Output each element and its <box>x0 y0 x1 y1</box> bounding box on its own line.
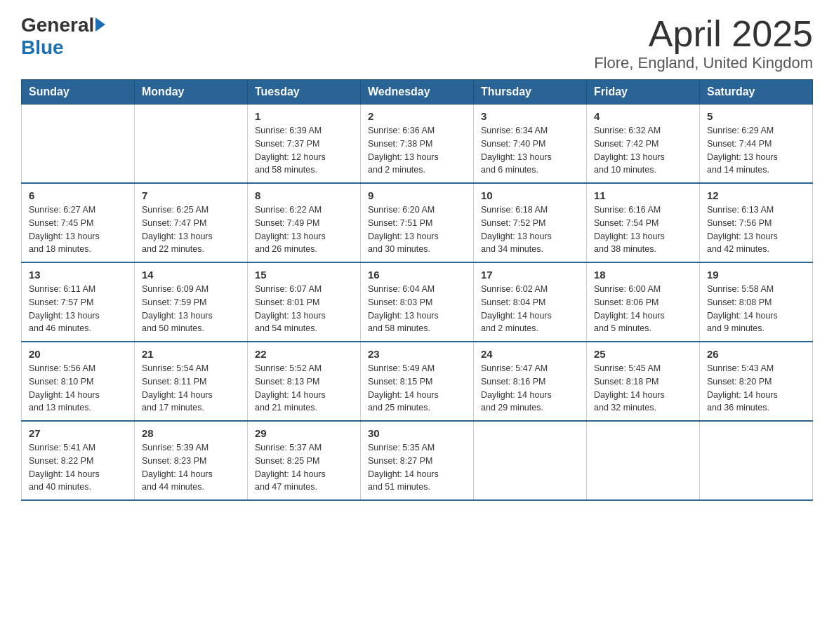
calendar-cell: 26Sunrise: 5:43 AM Sunset: 8:20 PM Dayli… <box>700 342 813 421</box>
day-number: 2 <box>368 110 466 122</box>
day-number: 3 <box>481 110 579 122</box>
day-info: Sunrise: 6:02 AM Sunset: 8:04 PM Dayligh… <box>481 283 579 335</box>
calendar-cell: 29Sunrise: 5:37 AM Sunset: 8:25 PM Dayli… <box>248 421 361 500</box>
calendar-cell: 11Sunrise: 6:16 AM Sunset: 7:54 PM Dayli… <box>587 183 700 262</box>
calendar-week-row: 1Sunrise: 6:39 AM Sunset: 7:37 PM Daylig… <box>22 105 813 184</box>
calendar-cell: 10Sunrise: 6:18 AM Sunset: 7:52 PM Dayli… <box>474 183 587 262</box>
day-number: 7 <box>142 189 240 201</box>
calendar-cell: 12Sunrise: 6:13 AM Sunset: 7:56 PM Dayli… <box>700 183 813 262</box>
day-info: Sunrise: 6:20 AM Sunset: 7:51 PM Dayligh… <box>368 203 466 256</box>
day-number: 22 <box>255 348 353 360</box>
day-number: 24 <box>481 348 579 360</box>
day-info: Sunrise: 5:35 AM Sunset: 8:27 PM Dayligh… <box>368 441 466 494</box>
day-number: 26 <box>707 348 805 360</box>
day-info: Sunrise: 6:22 AM Sunset: 7:49 PM Dayligh… <box>255 203 353 256</box>
day-info: Sunrise: 6:07 AM Sunset: 8:01 PM Dayligh… <box>255 283 353 335</box>
calendar-location: Flore, England, United Kingdom <box>594 54 813 72</box>
day-number: 11 <box>594 189 692 201</box>
calendar-cell: 8Sunrise: 6:22 AM Sunset: 7:49 PM Daylig… <box>248 183 361 262</box>
day-info: Sunrise: 5:54 AM Sunset: 8:11 PM Dayligh… <box>142 362 240 415</box>
day-number: 23 <box>368 348 466 360</box>
day-number: 5 <box>707 110 805 122</box>
day-number: 21 <box>142 348 240 360</box>
calendar-cell: 4Sunrise: 6:32 AM Sunset: 7:42 PM Daylig… <box>587 105 700 184</box>
calendar-cell: 30Sunrise: 5:35 AM Sunset: 8:27 PM Dayli… <box>361 421 474 500</box>
day-number: 18 <box>594 269 692 281</box>
calendar-title: April 2025 <box>594 14 813 54</box>
calendar-cell: 19Sunrise: 5:58 AM Sunset: 8:08 PM Dayli… <box>700 262 813 342</box>
calendar-cell: 28Sunrise: 5:39 AM Sunset: 8:23 PM Dayli… <box>135 421 248 500</box>
day-number: 17 <box>481 269 579 281</box>
day-info: Sunrise: 6:34 AM Sunset: 7:40 PM Dayligh… <box>481 124 579 177</box>
day-number: 9 <box>368 189 466 201</box>
day-info: Sunrise: 5:56 AM Sunset: 8:10 PM Dayligh… <box>29 362 127 415</box>
day-info: Sunrise: 6:25 AM Sunset: 7:47 PM Dayligh… <box>142 203 240 256</box>
logo-triangle-icon <box>95 18 105 32</box>
day-info: Sunrise: 5:41 AM Sunset: 8:22 PM Dayligh… <box>29 441 127 494</box>
calendar-header-saturday: Saturday <box>700 80 813 105</box>
day-number: 20 <box>29 348 127 360</box>
day-info: Sunrise: 5:47 AM Sunset: 8:16 PM Dayligh… <box>481 362 579 415</box>
day-number: 8 <box>255 189 353 201</box>
calendar-week-row: 13Sunrise: 6:11 AM Sunset: 7:57 PM Dayli… <box>22 262 813 342</box>
day-number: 28 <box>142 427 240 439</box>
day-info: Sunrise: 5:45 AM Sunset: 8:18 PM Dayligh… <box>594 362 692 415</box>
calendar-cell: 15Sunrise: 6:07 AM Sunset: 8:01 PM Dayli… <box>248 262 361 342</box>
page-header: General Blue April 2025 Flore, England, … <box>21 14 813 72</box>
day-number: 14 <box>142 269 240 281</box>
calendar-header-sunday: Sunday <box>22 80 135 105</box>
logo: General Blue <box>21 14 105 59</box>
day-number: 12 <box>707 189 805 201</box>
day-info: Sunrise: 6:16 AM Sunset: 7:54 PM Dayligh… <box>594 203 692 256</box>
day-info: Sunrise: 5:52 AM Sunset: 8:13 PM Dayligh… <box>255 362 353 415</box>
day-number: 4 <box>594 110 692 122</box>
calendar-cell <box>135 105 248 184</box>
day-info: Sunrise: 6:36 AM Sunset: 7:38 PM Dayligh… <box>368 124 466 177</box>
calendar-cell: 27Sunrise: 5:41 AM Sunset: 8:22 PM Dayli… <box>22 421 135 500</box>
calendar-header-friday: Friday <box>587 80 700 105</box>
calendar-cell: 7Sunrise: 6:25 AM Sunset: 7:47 PM Daylig… <box>135 183 248 262</box>
calendar-cell: 5Sunrise: 6:29 AM Sunset: 7:44 PM Daylig… <box>700 105 813 184</box>
calendar-header-row: SundayMondayTuesdayWednesdayThursdayFrid… <box>22 80 813 105</box>
calendar-cell <box>587 421 700 500</box>
day-number: 10 <box>481 189 579 201</box>
calendar-table: SundayMondayTuesdayWednesdayThursdayFrid… <box>21 79 813 501</box>
day-info: Sunrise: 6:29 AM Sunset: 7:44 PM Dayligh… <box>707 124 805 177</box>
calendar-week-row: 6Sunrise: 6:27 AM Sunset: 7:45 PM Daylig… <box>22 183 813 262</box>
day-info: Sunrise: 6:00 AM Sunset: 8:06 PM Dayligh… <box>594 283 692 335</box>
day-number: 13 <box>29 269 127 281</box>
day-number: 16 <box>368 269 466 281</box>
day-info: Sunrise: 5:39 AM Sunset: 8:23 PM Dayligh… <box>142 441 240 494</box>
day-info: Sunrise: 6:13 AM Sunset: 7:56 PM Dayligh… <box>707 203 805 256</box>
calendar-cell: 25Sunrise: 5:45 AM Sunset: 8:18 PM Dayli… <box>587 342 700 421</box>
day-number: 25 <box>594 348 692 360</box>
logo-blue-text: Blue <box>21 36 64 58</box>
calendar-cell <box>700 421 813 500</box>
day-number: 15 <box>255 269 353 281</box>
day-info: Sunrise: 6:39 AM Sunset: 7:37 PM Dayligh… <box>255 124 353 177</box>
day-info: Sunrise: 6:04 AM Sunset: 8:03 PM Dayligh… <box>368 283 466 335</box>
calendar-week-row: 27Sunrise: 5:41 AM Sunset: 8:22 PM Dayli… <box>22 421 813 500</box>
day-info: Sunrise: 5:49 AM Sunset: 8:15 PM Dayligh… <box>368 362 466 415</box>
calendar-cell: 6Sunrise: 6:27 AM Sunset: 7:45 PM Daylig… <box>22 183 135 262</box>
calendar-cell: 18Sunrise: 6:00 AM Sunset: 8:06 PM Dayli… <box>587 262 700 342</box>
calendar-cell <box>474 421 587 500</box>
calendar-week-row: 20Sunrise: 5:56 AM Sunset: 8:10 PM Dayli… <box>22 342 813 421</box>
day-info: Sunrise: 6:32 AM Sunset: 7:42 PM Dayligh… <box>594 124 692 177</box>
calendar-header-tuesday: Tuesday <box>248 80 361 105</box>
calendar-header-monday: Monday <box>135 80 248 105</box>
calendar-cell: 3Sunrise: 6:34 AM Sunset: 7:40 PM Daylig… <box>474 105 587 184</box>
title-block: April 2025 Flore, England, United Kingdo… <box>594 14 813 72</box>
day-info: Sunrise: 6:18 AM Sunset: 7:52 PM Dayligh… <box>481 203 579 256</box>
calendar-cell: 22Sunrise: 5:52 AM Sunset: 8:13 PM Dayli… <box>248 342 361 421</box>
calendar-header-wednesday: Wednesday <box>361 80 474 105</box>
calendar-cell: 14Sunrise: 6:09 AM Sunset: 7:59 PM Dayli… <box>135 262 248 342</box>
day-info: Sunrise: 5:43 AM Sunset: 8:20 PM Dayligh… <box>707 362 805 415</box>
day-info: Sunrise: 5:58 AM Sunset: 8:08 PM Dayligh… <box>707 283 805 335</box>
day-info: Sunrise: 6:09 AM Sunset: 7:59 PM Dayligh… <box>142 283 240 335</box>
calendar-cell: 2Sunrise: 6:36 AM Sunset: 7:38 PM Daylig… <box>361 105 474 184</box>
logo-general-text: General <box>21 14 94 36</box>
calendar-cell: 1Sunrise: 6:39 AM Sunset: 7:37 PM Daylig… <box>248 105 361 184</box>
calendar-cell <box>22 105 135 184</box>
day-info: Sunrise: 6:27 AM Sunset: 7:45 PM Dayligh… <box>29 203 127 256</box>
